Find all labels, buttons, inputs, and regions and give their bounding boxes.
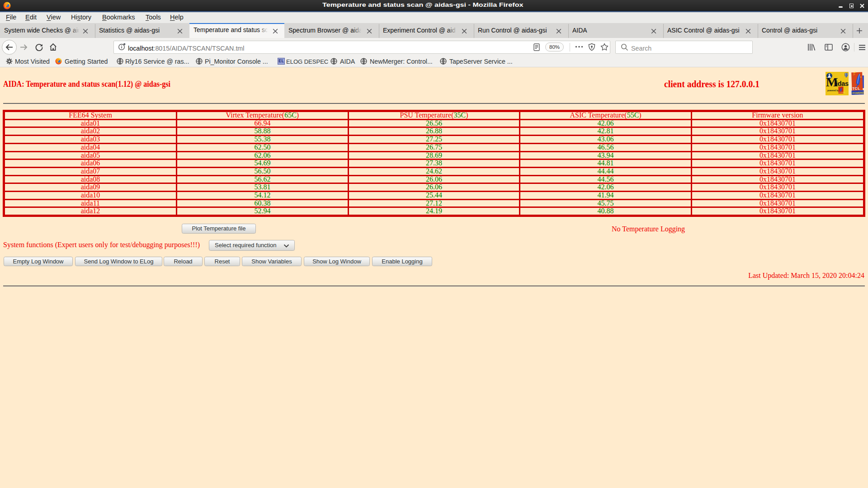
svg-text:TCL: TCL: [852, 86, 860, 91]
svg-text:powered by: powered by: [827, 89, 839, 92]
svg-text:POWERED: POWERED: [852, 91, 864, 94]
svg-text:idas: idas: [836, 80, 849, 87]
svg-text:POWERED: POWERED: [839, 92, 845, 94]
